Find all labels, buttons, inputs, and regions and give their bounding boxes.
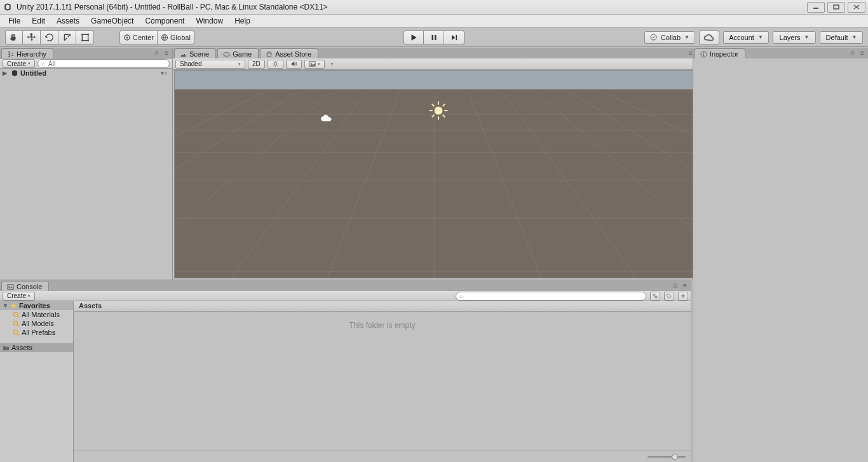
hierarchy-search[interactable]: ⌕: [37, 59, 170, 68]
scene-tab[interactable]: Scene: [174, 48, 216, 58]
filter-by-type-button[interactable]: [650, 292, 660, 301]
pivot-button[interactable]: Center: [119, 31, 158, 44]
empty-folder-label: This folder is empty: [74, 321, 691, 330]
rotate-tool-button[interactable]: [41, 31, 58, 44]
project-assets-pane: Assets This folder is empty: [74, 301, 691, 462]
console-tab[interactable]: Console: [1, 281, 49, 291]
inspector-options-button[interactable]: ≡: [858, 48, 867, 57]
menu-file[interactable]: File: [3, 15, 26, 27]
assets-folder[interactable]: Assets: [0, 343, 73, 352]
svg-rect-19: [175, 71, 695, 90]
svg-point-58: [13, 321, 17, 325]
console-lock-icon[interactable]: [670, 281, 679, 290]
filter-by-label-button[interactable]: [664, 292, 674, 301]
step-button[interactable]: [444, 31, 465, 44]
console-tab-label: Console: [17, 283, 42, 290]
scene-gizmos-dropdown[interactable]: ▾: [327, 60, 337, 69]
inspector-tab-label: Inspector: [710, 50, 738, 58]
favorites-header[interactable]: ▼Favorites: [0, 301, 73, 310]
scene-audio-toggle[interactable]: [286, 60, 302, 69]
svg-line-44: [432, 104, 434, 106]
inspector-tab[interactable]: Inspector: [695, 48, 745, 58]
hierarchy-icon: [7, 51, 14, 58]
project-breadcrumb[interactable]: Assets: [74, 301, 691, 312]
game-tab[interactable]: Game: [217, 48, 259, 58]
rect-tool-button[interactable]: [76, 31, 94, 44]
svg-rect-0: [813, 8, 818, 9]
favorite-all-models[interactable]: All Models: [0, 319, 73, 328]
minimize-button[interactable]: [807, 2, 825, 13]
scene-effects-dropdown[interactable]: ▾: [304, 60, 325, 69]
favorite-all-materials[interactable]: All Materials: [0, 310, 73, 319]
inspector-lock-icon[interactable]: [848, 48, 857, 57]
scene-options-icon[interactable]: ▾≡: [161, 70, 167, 76]
project-search-input[interactable]: [460, 292, 634, 300]
svg-point-18: [311, 63, 312, 64]
svg-rect-53: [674, 285, 677, 287]
game-tab-label: Game: [233, 50, 252, 58]
foldout-icon[interactable]: ▶: [3, 70, 9, 76]
scene-tree-root[interactable]: ▶ Untitled ▾≡: [0, 69, 172, 78]
hierarchy-options-button[interactable]: ≡: [162, 48, 171, 57]
image-icon: [309, 60, 316, 67]
console-options-button[interactable]: ≡: [681, 281, 689, 290]
menu-edit[interactable]: Edit: [26, 15, 51, 27]
shading-mode-dropdown[interactable]: Shaded▾: [175, 60, 245, 69]
asset-store-tab[interactable]: Asset Store: [260, 48, 318, 58]
search-icon: ⌕: [459, 292, 463, 300]
svg-rect-14: [155, 52, 158, 55]
play-button[interactable]: [403, 31, 424, 44]
hierarchy-tab[interactable]: Hierarchy: [1, 48, 53, 58]
project-search[interactable]: ⌕: [456, 292, 646, 301]
menu-component[interactable]: Component: [139, 15, 190, 27]
scene-lighting-toggle[interactable]: [268, 60, 283, 69]
project-folders-pane: ▼Favorites All Materials All Models All …: [0, 301, 74, 462]
favorite-all-prefabs[interactable]: All Prefabs: [0, 328, 73, 337]
hierarchy-create-button[interactable]: Create▾: [3, 59, 35, 68]
svg-point-6: [87, 39, 89, 41]
hierarchy-search-input[interactable]: [42, 60, 158, 67]
window-titlebar: Unity 2017.1.1f1 Personal (64bit) - Unti…: [0, 0, 868, 15]
hierarchy-panel: Hierarchy ≡ Create▾ ⌕ ▶ Untitled ▾≡: [0, 48, 173, 280]
layout-dropdown[interactable]: Default▼: [820, 31, 863, 44]
collab-label: Collab: [661, 34, 681, 41]
account-dropdown[interactable]: Account▼: [723, 31, 769, 44]
assets-folder-label: Assets: [11, 344, 32, 351]
camera-gizmo[interactable]: [320, 114, 334, 124]
space-button[interactable]: Global: [158, 31, 194, 44]
menu-help[interactable]: Help: [229, 15, 256, 27]
favorite-label: All Prefabs: [22, 329, 55, 336]
svg-rect-49: [703, 53, 704, 56]
svg-point-16: [274, 62, 277, 65]
cloud-button[interactable]: [699, 31, 719, 44]
svg-line-47: [443, 104, 445, 106]
hierarchy-lock-icon[interactable]: [152, 48, 161, 57]
pause-button[interactable]: [424, 31, 444, 44]
account-label: Account: [729, 34, 754, 41]
move-tool-button[interactable]: [23, 31, 41, 44]
menu-assets[interactable]: Assets: [51, 15, 85, 27]
directional-light-gizmo[interactable]: [428, 100, 449, 123]
scene-viewport[interactable]: [174, 70, 695, 278]
asset-size-slider[interactable]: [648, 453, 686, 461]
scale-tool-button[interactable]: [58, 31, 76, 44]
project-create-button[interactable]: Create▾: [3, 292, 35, 301]
menu-window[interactable]: Window: [190, 15, 229, 27]
hand-tool-button[interactable]: [5, 31, 23, 44]
check-icon: [650, 34, 657, 41]
scene-name-label: Untitled: [20, 69, 46, 77]
close-button[interactable]: [848, 2, 865, 13]
search-icon: [13, 311, 20, 318]
menu-gameobject[interactable]: GameObject: [85, 15, 139, 27]
save-search-button[interactable]: [678, 292, 688, 301]
svg-line-45: [443, 115, 445, 117]
layers-dropdown[interactable]: Layers▼: [773, 31, 816, 44]
asset-store-tab-label: Asset Store: [275, 50, 311, 58]
scene-2d-toggle[interactable]: 2D: [248, 60, 265, 69]
maximize-button[interactable]: [827, 2, 845, 13]
svg-line-59: [17, 325, 19, 327]
pivot-space-group: Center Global: [119, 31, 194, 44]
cloud-icon: [703, 34, 715, 41]
collab-button[interactable]: Collab▼: [644, 31, 695, 44]
star-icon: [10, 302, 17, 309]
